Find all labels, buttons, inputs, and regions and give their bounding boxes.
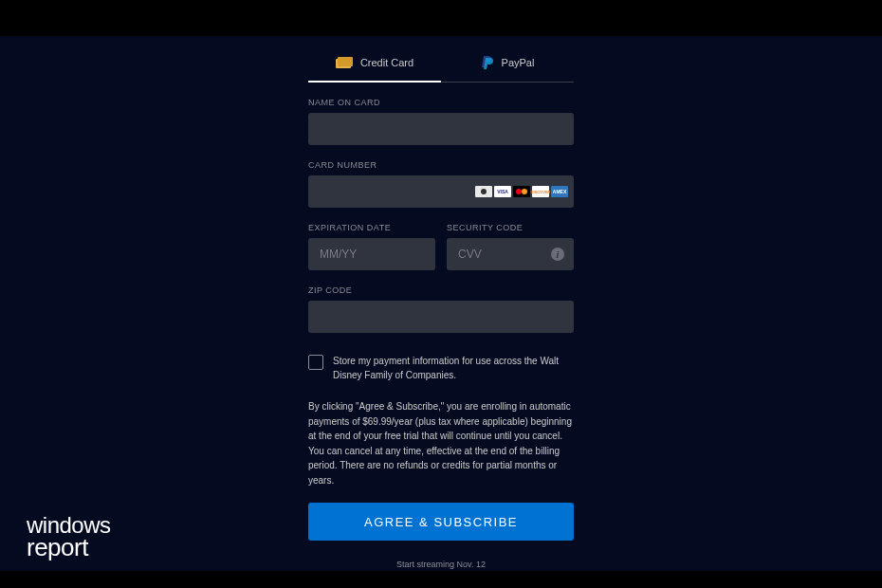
tab-paypal-label: PayPal [502,57,535,68]
terms-disclaimer: By clicking "Agree & Subscribe," you are… [308,399,574,487]
discover-icon: DISCOVER [532,186,549,197]
expiration-input[interactable] [308,238,435,270]
credit-card-icon [336,57,353,68]
cvv-info-icon[interactable]: i [551,248,564,261]
payment-method-tabs: Credit Card PayPal [308,47,574,83]
windows-report-watermark: windows report [27,515,111,560]
mastercard-icon [513,186,530,197]
payment-form-container: Credit Card PayPal NAME ON CARD CARD NUM… [0,36,882,588]
tab-credit-card-label: Credit Card [360,57,413,68]
zip-label: ZIP CODE [308,285,574,295]
name-label: NAME ON CARD [308,98,574,107]
store-payment-label: Store my payment information for use acr… [333,354,574,382]
cvv-label: SECURITY CODE [447,223,574,232]
zip-input[interactable] [308,301,574,333]
store-payment-checkbox[interactable] [308,355,323,370]
tab-credit-card[interactable]: Credit Card [308,47,441,83]
agree-subscribe-button[interactable]: AGREE & SUBSCRIBE [308,503,574,541]
paypal-icon [481,55,494,70]
visa-icon: VISA [494,186,511,197]
disney-card-icon [475,186,492,197]
card-number-label: CARD NUMBER [308,160,574,170]
top-letterbox-bar [0,0,882,36]
bottom-letterbox-bar [0,571,882,588]
streaming-date-note: Start streaming Nov. 12 [308,560,574,569]
expiration-label: EXPIRATION DATE [308,223,435,232]
amex-icon: AMEX [551,186,568,197]
tab-paypal[interactable]: PayPal [441,47,574,83]
name-input[interactable] [308,113,574,145]
watermark-line2: report [27,536,111,560]
card-brand-icons: VISA DISCOVER AMEX [475,186,568,197]
